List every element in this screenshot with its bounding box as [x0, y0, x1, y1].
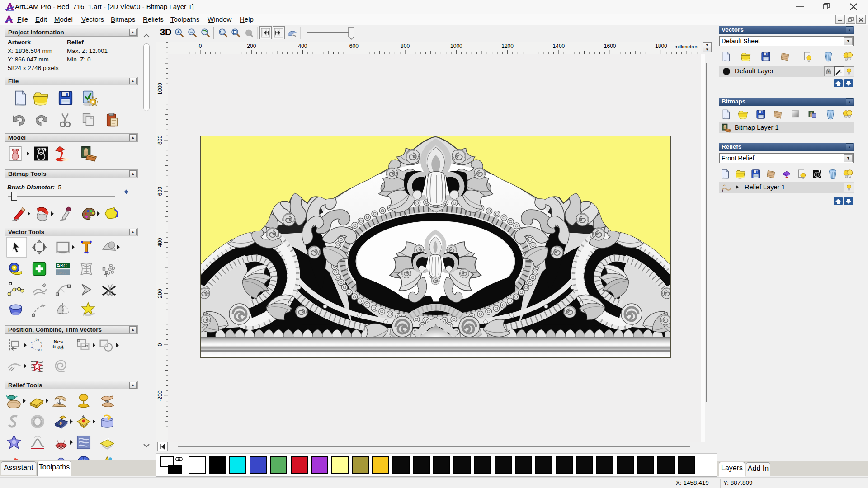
svg-text:600: 600 — [349, 43, 359, 49]
svg-text:600: 600 — [157, 187, 163, 196]
svg-text:ti: ti — [52, 344, 56, 349]
svg-text:c: c — [31, 341, 33, 344]
svg-text:a: a — [31, 346, 33, 349]
svg-text:1600: 1600 — [604, 43, 616, 49]
svg-text:+: + — [721, 188, 724, 193]
svg-text:ABC: ABC — [57, 263, 67, 268]
svg-text:ABC: ABC — [57, 270, 66, 275]
svg-text:200: 200 — [157, 289, 163, 298]
svg-text:200: 200 — [247, 43, 256, 49]
svg-text:-200: -200 — [157, 390, 163, 401]
svg-text:1800: 1800 — [655, 43, 667, 49]
svg-text:o n: o n — [38, 348, 42, 351]
svg-text:1400: 1400 — [553, 43, 565, 49]
svg-text:400: 400 — [298, 43, 307, 49]
svg-text:ng: ng — [57, 343, 64, 350]
svg-text:0: 0 — [199, 43, 202, 49]
svg-text:800: 800 — [401, 43, 410, 49]
svg-text:0: 0 — [157, 343, 163, 346]
svg-text:Nes: Nes — [54, 339, 63, 344]
svg-text:1000: 1000 — [157, 83, 163, 95]
svg-text:t e: t e — [36, 338, 39, 341]
svg-text:?: ? — [828, 71, 830, 74]
svg-text:400: 400 — [157, 238, 163, 247]
svg-text:1200: 1200 — [501, 43, 514, 49]
svg-text:b: b — [59, 420, 62, 426]
svg-text:t: t — [41, 345, 42, 348]
svg-text:1000: 1000 — [450, 43, 462, 49]
svg-text:x: x — [40, 341, 42, 344]
svg-text:800: 800 — [157, 136, 163, 145]
